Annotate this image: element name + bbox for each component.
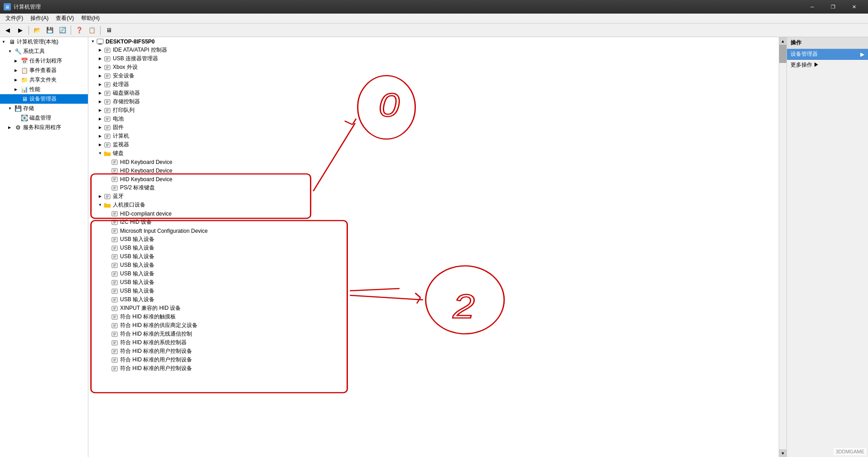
left-tree-item[interactable]: ▼🔧系统工具 <box>0 47 88 56</box>
device-tree-item[interactable]: HID-compliant device <box>88 209 779 218</box>
left-tree-item[interactable]: ▶📊性能 <box>0 85 88 94</box>
device-tree-item[interactable]: 符合 HID 标准的触摸板 <box>88 313 779 321</box>
device-tree-item[interactable]: ▶存储控制器 <box>88 97 779 106</box>
device-tree-item[interactable]: ▶计算机 <box>88 132 779 140</box>
toolbar-help[interactable]: ❓ <box>73 25 85 36</box>
menu-file[interactable]: 文件(F) <box>2 14 27 23</box>
device-tree-item[interactable]: ▼DESKTOP-8IFS5P0 <box>88 37 779 46</box>
device-label: 磁盘驱动器 <box>113 89 140 97</box>
tree-toggle[interactable]: ▶ <box>97 143 103 147</box>
device-label: 符合 HID 标准的系统控制器 <box>120 339 187 346</box>
device-tree-item[interactable]: I2C HID 设备 <box>88 218 779 226</box>
device-label: USB 输入设备 <box>120 236 154 243</box>
device-tree-item[interactable]: USB 输入设备 <box>88 235 779 244</box>
left-tree-item[interactable]: ▶⚙服务和应用程序 <box>0 123 88 132</box>
menu-view[interactable]: 查看(V) <box>52 14 77 23</box>
device-icon <box>111 313 118 321</box>
tree-toggle[interactable]: ▶ <box>97 194 103 198</box>
device-tree-item[interactable]: USB 输入设备 <box>88 244 779 252</box>
device-label: HID Keyboard Device <box>120 168 172 174</box>
device-tree-item[interactable]: ▶电池 <box>88 115 779 123</box>
toolbar-forward[interactable]: ▶ <box>14 25 26 36</box>
device-tree-item[interactable]: XINPUT 兼容的 HID 设备 <box>88 304 779 313</box>
device-tree-item[interactable]: 符合 HID 标准的用户控制设备 <box>88 364 779 373</box>
device-icon <box>111 236 118 243</box>
device-tree-item[interactable]: 符合 HID 标准的系统控制器 <box>88 338 779 347</box>
device-tree-item[interactable]: ▶Xbox 外设 <box>88 63 779 72</box>
right-action-more[interactable]: 更多操作 ▶ <box>787 60 868 70</box>
tree-toggle[interactable]: ▶ <box>97 100 103 104</box>
tree-toggle[interactable]: ▶ <box>97 134 103 138</box>
left-tree-item[interactable]: ▼💾存储 <box>0 104 88 113</box>
device-tree-item[interactable]: ▶IDE ATA/ATAPI 控制器 <box>88 46 779 54</box>
tree-toggle[interactable]: ▶ <box>97 108 103 112</box>
menu-bar: 文件(F) 操作(A) 查看(V) 帮助(H) <box>0 14 868 24</box>
right-action-arrow-1: ▶ <box>860 51 864 58</box>
device-tree-item[interactable]: 符合 HID 标准的用户控制设备 <box>88 347 779 356</box>
tree-toggle[interactable]: ▼ <box>90 39 96 43</box>
right-action-label-1: 设备管理器 <box>791 50 818 58</box>
minimize-button[interactable]: ─ <box>802 0 823 14</box>
device-icon <box>104 55 111 63</box>
tree-toggle[interactable]: ▶ <box>97 125 103 130</box>
tree-toggle[interactable]: ▶ <box>97 91 103 95</box>
left-tree-item[interactable]: ▶📁共享文件夹 <box>0 75 88 85</box>
device-tree-item[interactable]: 符合 HID 标准的无线通信控制 <box>88 330 779 338</box>
toolbar-save[interactable]: 💾 <box>44 25 56 36</box>
device-tree-item[interactable]: USB 输入设备 <box>88 252 779 261</box>
tree-toggle[interactable]: ▶ <box>97 57 103 61</box>
device-tree-item[interactable]: ▶磁盘驱动器 <box>88 89 779 97</box>
menu-action[interactable]: 操作(A) <box>27 14 52 23</box>
device-tree-item[interactable]: HID Keyboard Device <box>88 158 779 166</box>
left-tree-item[interactable]: ▶📋事件查看器 <box>0 66 88 75</box>
left-tree-item[interactable]: 🖥设备管理器 <box>0 94 88 104</box>
device-label: 计算机 <box>113 132 129 140</box>
toolbar-refresh[interactable]: 🔄 <box>57 25 68 36</box>
scroll-up[interactable]: ▲ <box>779 37 786 45</box>
device-icon <box>111 262 118 269</box>
toolbar-computer[interactable]: 🖥 <box>103 25 115 36</box>
device-tree-item[interactable]: ▶处理器 <box>88 80 779 89</box>
device-tree-item[interactable]: 符合 HID 标准的供应商定义设备 <box>88 321 779 330</box>
device-tree-item[interactable]: ▶固件 <box>88 123 779 132</box>
left-tree-item[interactable]: 💽磁盘管理 <box>0 113 88 123</box>
left-tree-item[interactable]: ▼🖥计算机管理(本地) <box>0 37 88 47</box>
tree-toggle[interactable]: ▶ <box>97 82 103 87</box>
device-tree-item[interactable]: Microsoft Input Configuration Device <box>88 226 779 235</box>
device-tree-item[interactable]: USB 输入设备 <box>88 287 779 295</box>
left-tree-item[interactable]: ▶📅任务计划程序 <box>0 56 88 66</box>
tree-toggle[interactable]: ▶ <box>97 48 103 52</box>
device-tree-item[interactable]: ▶监视器 <box>88 140 779 149</box>
scrollbar[interactable]: ▲ ▼ <box>779 37 786 457</box>
device-tree-item[interactable]: ▶打印队列 <box>88 106 779 115</box>
device-tree-item[interactable]: ▼人机接口设备 <box>88 201 779 209</box>
toolbar-back[interactable]: ◀ <box>2 25 14 36</box>
device-tree-item[interactable]: ▶USB 连接器管理器 <box>88 54 779 63</box>
device-tree-item[interactable]: HID Keyboard Device <box>88 175 779 183</box>
device-tree-item[interactable]: ▶安全设备 <box>88 72 779 80</box>
device-tree-item[interactable]: USB 输入设备 <box>88 278 779 287</box>
toolbar-properties[interactable]: 📋 <box>86 25 98 36</box>
device-tree-item[interactable]: USB 输入设备 <box>88 269 779 278</box>
tree-toggle[interactable]: ▼ <box>97 151 103 155</box>
scroll-thumb[interactable] <box>779 45 786 63</box>
scroll-down[interactable]: ▼ <box>779 449 786 457</box>
device-icon <box>104 193 111 200</box>
right-action-device-manager[interactable]: 设备管理器 ▶ <box>787 49 868 60</box>
close-button[interactable]: ✕ <box>844 0 864 14</box>
toolbar-open[interactable]: 📂 <box>31 25 43 36</box>
device-tree-item[interactable]: HID Keyboard Device <box>88 166 779 175</box>
menu-help[interactable]: 帮助(H) <box>77 14 103 23</box>
device-tree-item[interactable]: ▼键盘 <box>88 149 779 158</box>
device-label: 键盘 <box>113 149 124 157</box>
device-tree-item[interactable]: ▶蓝牙 <box>88 192 779 201</box>
restore-button[interactable]: ❐ <box>823 0 844 14</box>
tree-toggle[interactable]: ▶ <box>97 74 103 78</box>
device-tree-item[interactable]: PS/2 标准键盘 <box>88 183 779 192</box>
device-tree-item[interactable]: 符合 HID 标准的用户控制设备 <box>88 356 779 364</box>
device-tree-item[interactable]: USB 输入设备 <box>88 261 779 269</box>
tree-toggle[interactable]: ▶ <box>97 65 103 69</box>
tree-toggle[interactable]: ▼ <box>97 203 103 207</box>
device-tree-item[interactable]: USB 输入设备 <box>88 295 779 304</box>
tree-toggle[interactable]: ▶ <box>97 117 103 121</box>
